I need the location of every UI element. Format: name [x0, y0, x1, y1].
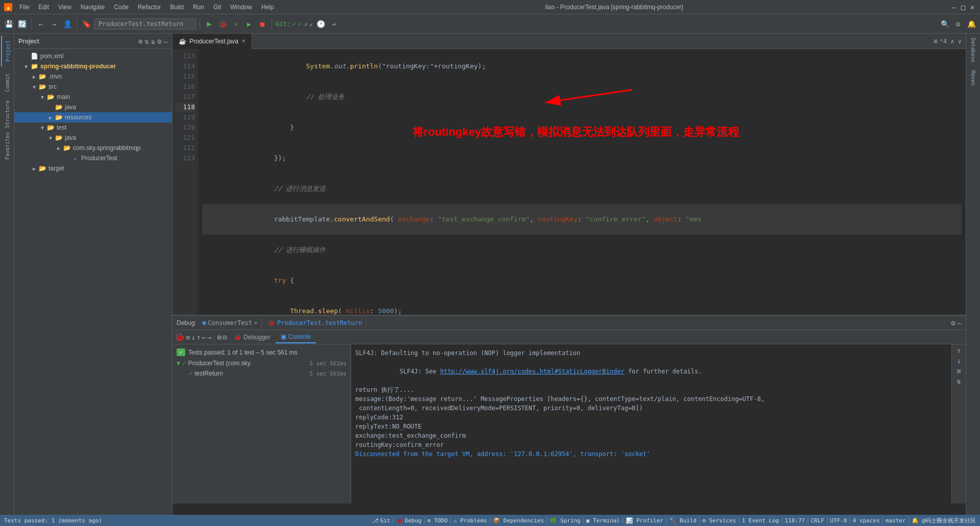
status-dependencies[interactable]: 📦 Dependencies — [493, 517, 544, 524]
status-build[interactable]: 🔨 Build — [669, 517, 697, 524]
menu-navigate[interactable]: Navigate — [77, 3, 109, 12]
tree-item-resources[interactable]: ▶ 📂 resources — [14, 112, 172, 122]
status-indent[interactable]: 4 spaces — [853, 517, 880, 524]
status-services[interactable]: ⚙ Services — [702, 517, 736, 524]
menu-refactor[interactable]: Refactor — [134, 3, 165, 12]
debug-tab-consumer[interactable]: ▣ ConsumerTest ✕ — [199, 318, 262, 328]
right-maven-icon[interactable]: Maven — [967, 66, 979, 90]
project-collapse-icon[interactable]: ⇊ — [151, 37, 155, 45]
tree-item-main[interactable]: ▼ 📂 main — [14, 92, 172, 102]
debug-right-left[interactable]: ≡ — [957, 367, 961, 375]
tree-item-root[interactable]: ▼ 📁 spring-rabbitmq-producer — [14, 61, 172, 71]
sidebar-item-structure[interactable]: Structure — [1, 99, 13, 130]
forward-icon[interactable]: → — [48, 18, 60, 30]
debug-console[interactable]: SLF4J: Defaulting to no-operation (NOP) … — [351, 344, 951, 504]
debug-settings-icon[interactable]: ⚙ — [951, 319, 955, 327]
status-line-ending[interactable]: CRLF — [811, 517, 824, 524]
maximize-button[interactable]: □ — [960, 4, 967, 11]
console-tab[interactable]: ▣ Console — [276, 331, 316, 343]
sync-icon[interactable]: 🔄 — [16, 18, 28, 30]
debug-item-producer-test[interactable]: ▼ ✓ ProducerTest (com.sky. 5 sec 561ms — [173, 358, 351, 368]
menu-window[interactable]: Window — [226, 3, 256, 12]
tree-item-target[interactable]: ▶ 📂 target — [14, 163, 172, 173]
bookmark-icon[interactable]: 🔖 — [81, 18, 92, 30]
debug-right-up[interactable]: ↑ — [957, 346, 961, 355]
git-history-icon[interactable]: 🕐 — [315, 18, 327, 30]
menu-bar[interactable]: File Edit View Navigate Code Refactor Bu… — [15, 3, 278, 12]
tree-item-src[interactable]: ▼ 📂 src — [14, 82, 172, 92]
back-icon[interactable]: ← — [35, 18, 46, 30]
git-push-icon[interactable]: ↗ — [304, 20, 307, 28]
project-settings-icon[interactable]: ⚙ — [157, 37, 161, 45]
debug-right-icon[interactable]: → — [207, 333, 211, 341]
tree-item-java-main[interactable]: 📂 java — [14, 102, 172, 112]
git-check-icon[interactable]: ✓ — [292, 20, 296, 28]
status-problems[interactable]: ⚠ Problems — [453, 517, 487, 524]
menu-build[interactable]: Build — [166, 3, 188, 12]
debug-right-sort[interactable]: ⇅ — [957, 377, 961, 385]
git-pull-icon[interactable]: ↙ — [310, 20, 313, 28]
status-git[interactable]: ⎇ Git — [372, 517, 390, 524]
save-all-icon[interactable]: 💾 — [3, 18, 14, 30]
debugger-tab[interactable]: 🐞 Debugger — [229, 332, 276, 343]
menu-help[interactable]: Help — [257, 3, 278, 12]
tree-item-package[interactable]: ▶ 📂 com.sky.springrabbitmqp — [14, 143, 172, 153]
status-todo[interactable]: ≡ TODO — [427, 517, 448, 524]
code-content[interactable]: System.out.println("routingKey:"+routing… — [198, 49, 966, 326]
menu-edit[interactable]: Edit — [34, 3, 53, 12]
debug-right-down[interactable]: ↓ — [957, 357, 961, 365]
menu-view[interactable]: View — [54, 3, 76, 12]
minimize-button[interactable]: — — [950, 4, 958, 11]
debug-minimize-icon[interactable]: — — [958, 319, 962, 327]
tree-item-producer-test[interactable]: ☕ ProducerTest — [14, 153, 172, 163]
project-add-icon[interactable]: ⊕ — [138, 37, 142, 45]
git-revert-icon[interactable]: ↩ — [329, 18, 340, 30]
navigation-path[interactable]: ProducerTest.testReturn — [94, 18, 196, 30]
tree-item-java-test[interactable]: ▼ 📂 java — [14, 133, 172, 143]
debug-view-icon[interactable]: ⊟ — [223, 333, 227, 341]
right-database-icon[interactable]: Database — [967, 34, 979, 66]
debug-run-icon[interactable]: 🐞 — [175, 332, 185, 342]
debug-download-icon[interactable]: ↓ — [191, 333, 195, 341]
status-event-log[interactable]: 1 Event Log — [742, 517, 779, 524]
sidebar-item-favorites[interactable]: Favorites — [1, 131, 13, 161]
debug-up-icon[interactable]: ↑ — [197, 333, 201, 341]
debug-item-test-return[interactable]: ✓ testReturn 5 sec 561ms — [173, 368, 351, 379]
debug-button[interactable]: 🐞 — [217, 18, 228, 30]
tree-item-pom[interactable]: 📄 pom.xml — [14, 51, 172, 61]
window-controls[interactable]: — □ ✕ — [950, 4, 976, 11]
debug-stack-icon[interactable]: ⊞ — [217, 333, 221, 341]
status-encoding[interactable]: UTF-8 — [830, 517, 847, 524]
settings-icon[interactable]: ⚙ — [952, 18, 964, 30]
run-button[interactable]: ▶ — [204, 18, 215, 30]
debug-left-icon[interactable]: ← — [202, 333, 206, 341]
tab-close-button[interactable]: ✕ — [241, 38, 246, 44]
status-debug[interactable]: 🐞 Debug — [396, 517, 422, 524]
menu-file[interactable]: File — [15, 3, 33, 12]
consumer-tab-close[interactable]: ✕ — [254, 320, 257, 325]
project-minimize-icon[interactable]: — — [164, 37, 168, 45]
coverage-button[interactable]: ⚡ — [230, 18, 241, 30]
menu-run[interactable]: Run — [189, 3, 208, 12]
code-editor[interactable]: 113 114 115 116 117 118 119 120 121 122 … — [173, 49, 966, 326]
menu-git[interactable]: Git — [209, 3, 225, 12]
project-expand-icon[interactable]: ⇅ — [144, 37, 149, 45]
search-icon[interactable]: 🔍 — [939, 18, 950, 30]
stop-button[interactable]: ■ — [257, 18, 268, 30]
status-terminal[interactable]: ▣ Terminal — [586, 517, 620, 524]
git-tick-icon[interactable]: ✓ — [298, 20, 302, 28]
status-spring[interactable]: 🌿 Spring — [550, 517, 580, 524]
menu-code[interactable]: Code — [110, 3, 133, 12]
tree-item-mvn[interactable]: ▶ 📂 .mvn — [14, 71, 172, 82]
status-profiler[interactable]: 📊 Profiler — [626, 517, 664, 524]
run-config-button[interactable]: ▶ — [243, 18, 255, 30]
split-icon[interactable]: ⊞ — [934, 38, 937, 45]
recent-files-icon[interactable]: 👤 — [62, 18, 73, 30]
sidebar-item-commit[interactable]: Commit — [1, 67, 13, 98]
close-button[interactable]: ✕ — [969, 4, 976, 11]
debug-step-icon[interactable]: ≡ — [186, 333, 190, 341]
sidebar-item-project[interactable]: Project — [1, 36, 13, 66]
notifications-icon[interactable]: 🔔 — [966, 18, 977, 30]
tree-item-test[interactable]: ▼ 📂 test — [14, 122, 172, 133]
editor-tab-producer-test[interactable]: ☕ ProducerTest.java ✕ — [173, 34, 252, 49]
